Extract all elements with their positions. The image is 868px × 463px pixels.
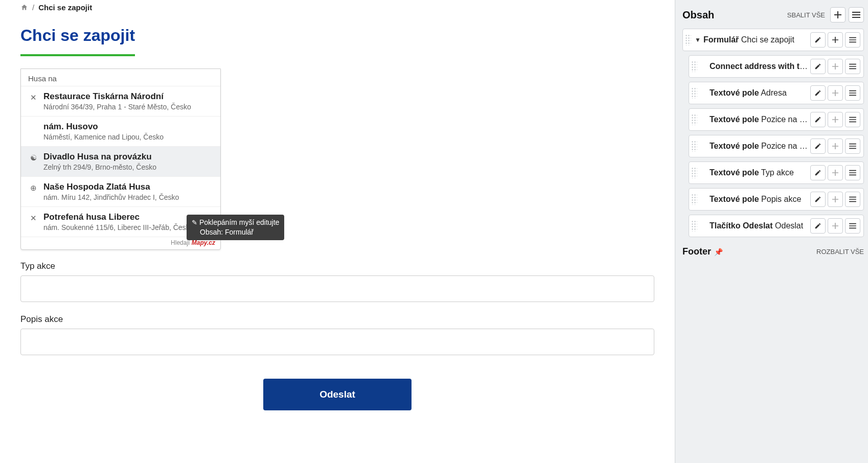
menu-icon: [849, 63, 856, 70]
menu-icon: [852, 11, 860, 18]
pencil-icon: [814, 196, 821, 203]
breadcrumb: / Chci se zapojit: [20, 0, 654, 19]
suggest-item[interactable]: ☯Divadlo Husa na provázkuZelný trh 294/9…: [21, 146, 220, 176]
menu-icon: [849, 90, 856, 96]
collapse-all-label[interactable]: SBALIT VŠE: [787, 11, 825, 19]
edit-button[interactable]: [810, 192, 826, 207]
add-button: [828, 85, 843, 101]
tree-row[interactable]: Textové pole Typ akce: [689, 161, 864, 184]
tree-row[interactable]: Connect address with the m…: [689, 55, 864, 78]
row-menu-button[interactable]: [845, 138, 860, 154]
drag-handle-icon[interactable]: [691, 194, 697, 205]
suggest-item[interactable]: nám. HusovoNáměstí, Kamenice nad Lipou, …: [21, 116, 220, 146]
pencil-icon: [814, 116, 821, 123]
suggest-item-icon: ☯: [28, 152, 38, 171]
pencil-icon: [814, 143, 821, 150]
menu-icon: [849, 37, 856, 43]
row-menu-button[interactable]: [845, 32, 860, 48]
pencil-icon: ✎: [192, 219, 197, 226]
suggest-item-icon: ✕: [28, 212, 38, 231]
home-icon[interactable]: [20, 4, 28, 11]
drag-handle-icon[interactable]: [691, 114, 697, 125]
caret-down-icon[interactable]: ▼: [694, 36, 701, 43]
edit-button[interactable]: [810, 112, 826, 127]
add-button: [828, 112, 843, 127]
drag-handle-icon[interactable]: [685, 34, 691, 45]
pencil-icon: [814, 89, 821, 97]
submit-button[interactable]: Odeslat: [263, 379, 412, 410]
add-button: [828, 192, 843, 207]
add-button: [828, 59, 843, 74]
edit-tooltip: ✎Poklepáním myší editujte Obsah: Formulá…: [187, 215, 284, 240]
main-content: / Chci se zapojit Chci se zapojit Adresa…: [0, 0, 675, 463]
plus-icon: [832, 143, 838, 149]
menu-icon: [849, 196, 856, 202]
suggest-item[interactable]: ✕Restaurace Tiskárna NárodníNárodní 364/…: [21, 86, 220, 116]
tree-row[interactable]: Textové pole Pozice na mapě -…: [689, 108, 864, 131]
edit-button[interactable]: [810, 85, 826, 101]
sidebar-footer-title[interactable]: Footer 📌: [682, 246, 723, 257]
suggest-item-sub: Zelný trh 294/9, Brno-město, Česko: [43, 163, 213, 171]
drag-handle-icon[interactable]: [691, 61, 697, 72]
pencil-icon: [814, 63, 821, 70]
page-title: Chci se zapojit: [20, 26, 135, 56]
plus-icon: [832, 170, 838, 176]
tree-row[interactable]: Textové pole Popis akce: [689, 188, 864, 211]
edit-button[interactable]: [810, 218, 826, 234]
tree-row[interactable]: Textové pole Adresa: [689, 82, 864, 104]
drag-handle-icon[interactable]: [691, 87, 697, 99]
tree-row-label: Textové pole Popis akce: [710, 195, 808, 204]
suggest-footer-label: Hledají: [171, 239, 190, 246]
add-button: [828, 165, 843, 180]
row-menu-button[interactable]: [845, 112, 860, 127]
typ-akce-input[interactable]: [20, 275, 654, 302]
suggest-item-title: nám. Husovo: [43, 122, 213, 132]
suggest-item-icon: ✕: [28, 91, 38, 111]
tree-row-label: Textové pole Pozice na mapě -…: [710, 142, 808, 151]
sidebar-add-button[interactable]: [830, 7, 846, 22]
tooltip-line2: Obsah: Formulář: [192, 227, 279, 237]
sidebar-menu-button[interactable]: [849, 7, 864, 22]
edit-button[interactable]: [810, 138, 826, 154]
pin-icon: 📌: [714, 248, 723, 256]
add-button[interactable]: [828, 32, 843, 48]
row-menu-button[interactable]: [845, 218, 860, 234]
drag-handle-icon[interactable]: [691, 141, 697, 152]
address-input-value[interactable]: Husa na: [21, 69, 220, 86]
drag-handle-icon[interactable]: [691, 220, 697, 231]
plus-icon: [832, 223, 838, 229]
tree-row-label: Textové pole Pozice na mapě -…: [710, 115, 808, 124]
suggest-item[interactable]: ⊕Naše Hospoda Zlatá Husanám. Míru 142, J…: [21, 176, 220, 206]
edit-button[interactable]: [810, 32, 826, 48]
tree-row[interactable]: Tlačítko Odeslat Odeslat: [689, 215, 864, 237]
tree-row[interactable]: Textové pole Pozice na mapě -…: [689, 135, 864, 157]
mapy-logo[interactable]: Mapy.cz: [192, 239, 215, 246]
popis-akce-input[interactable]: [20, 329, 654, 355]
drag-handle-icon[interactable]: [691, 167, 697, 178]
tree-row-label: Formulář Chci se zapojit: [703, 35, 808, 44]
edit-button[interactable]: [810, 59, 826, 74]
suggest-item-title: Naše Hospoda Zlatá Husa: [43, 182, 213, 192]
expand-all-label[interactable]: ROZBALIT VŠE: [816, 248, 864, 256]
menu-icon: [849, 170, 856, 176]
row-menu-button[interactable]: [845, 85, 860, 101]
tree-row-label: Connect address with the m…: [710, 62, 808, 71]
typ-akce-label: Typ akce: [20, 261, 654, 271]
popis-akce-label: Popis akce: [20, 314, 654, 325]
add-button: [828, 138, 843, 154]
sidebar-footer-title-text: Footer: [682, 246, 711, 257]
breadcrumb-current: Chci se zapojit: [38, 3, 92, 12]
breadcrumb-separator: /: [32, 3, 34, 12]
row-menu-button[interactable]: [845, 59, 860, 74]
suggest-item-title: Restaurace Tiskárna Národní: [43, 91, 213, 102]
tree-row[interactable]: ▼Formulář Chci se zapojit: [682, 29, 864, 51]
add-button: [828, 218, 843, 234]
menu-icon: [849, 143, 856, 149]
row-menu-button[interactable]: [845, 165, 860, 180]
row-menu-button[interactable]: [845, 192, 860, 207]
tree-row-label: Textové pole Typ akce: [710, 168, 808, 177]
edit-button[interactable]: [810, 165, 826, 180]
suggest-item-title: Divadlo Husa na provázku: [43, 152, 213, 162]
tree-row-label: Textové pole Adresa: [710, 88, 808, 98]
suggest-item-icon: ⊕: [28, 182, 38, 201]
